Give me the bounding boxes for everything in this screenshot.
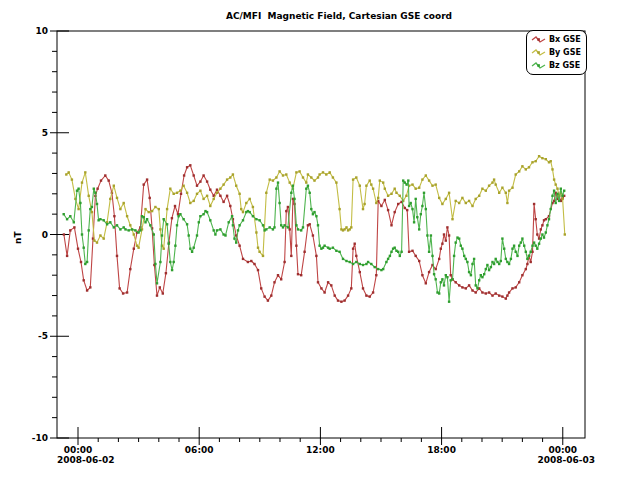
x-axis-start-date: 2008-06-02 (57, 455, 115, 465)
legend-box: Bx GSE By GSE Bz GSE (526, 30, 587, 75)
legend-item-bx: Bx GSE (531, 33, 581, 46)
y-axis-label: nT (13, 224, 27, 244)
y-tick-label: 10 (35, 26, 48, 36)
legend-label-bx: Bx GSE (549, 35, 581, 44)
cdaweb-plot-window: AC/MFI Magnetic Field, Cartesian GSE coo… (0, 0, 640, 480)
y-tick-label: 0 (42, 230, 48, 240)
x-tick-label: 00:00 (548, 445, 577, 455)
y-tick-label: -5 (38, 331, 48, 341)
bz-line-swatch (531, 61, 546, 70)
x-tick-label: 00:00 (64, 445, 93, 455)
y-tick-label: 5 (42, 128, 48, 138)
x-axis-end-date: 2008-06-03 (495, 455, 595, 465)
x-tick-label: 18:00 (427, 445, 456, 455)
legend-label-by: By GSE (549, 48, 581, 57)
legend-item-by: By GSE (531, 46, 581, 59)
legend-label-bz: Bz GSE (549, 61, 580, 70)
y-tick-label: -10 (32, 433, 48, 443)
x-tick-label: 06:00 (185, 445, 214, 455)
bx-line-swatch (531, 35, 546, 44)
series-by-gse (65, 155, 566, 257)
x-tick-label: 12:00 (306, 445, 335, 455)
legend-item-bz: Bz GSE (531, 59, 581, 72)
by-line-swatch (531, 48, 546, 57)
